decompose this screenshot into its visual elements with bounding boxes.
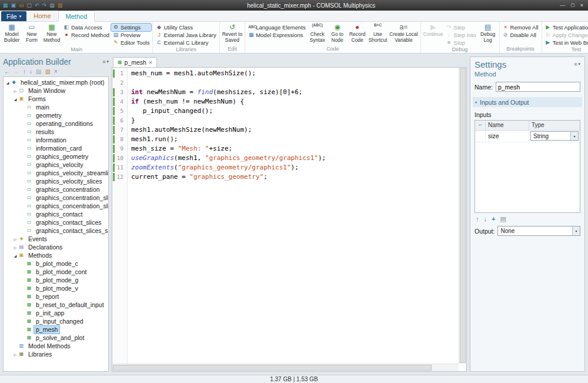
tree-item-graphics-concentration-slices-s[interactable]: ▭graphics_concentration_slices_s — [4, 202, 108, 210]
tree-item-geometry[interactable]: ▭geometry — [4, 111, 108, 119]
tree-item-main[interactable]: ▭main — [4, 103, 108, 111]
expand-arrow-icon[interactable]: ▷ — [12, 352, 18, 357]
up-icon[interactable]: ↑ — [23, 69, 26, 75]
ribbon-button-create-local-variable[interactable]: a=Create Local Variable — [388, 22, 419, 46]
open-folder-icon[interactable]: ▭ — [19, 3, 24, 8]
ribbon-tab-home[interactable]: Home — [26, 11, 58, 21]
code-line-4[interactable]: 4if (mesh_num != newMeshNum) { — [112, 97, 459, 106]
code-line-1[interactable]: 1mesh_num = mesh1.autoMeshSize(); — [112, 69, 459, 78]
tree-item-declarations[interactable]: ▷▤Declarations — [4, 243, 108, 251]
paste-icon[interactable]: ▥ — [45, 69, 50, 75]
tree-item-graphics-contact[interactable]: ▭graphics_contact — [4, 210, 108, 218]
expand-arrow-icon[interactable]: ▷ — [12, 245, 18, 249]
tree-item-information-card[interactable]: ▭information_card — [4, 144, 108, 152]
ribbon-button-new-form[interactable]: ▭New Form — [22, 22, 42, 46]
ribbon-button-model-builder[interactable]: ▦Model Builder — [2, 22, 22, 46]
editor-tab-p-mesh[interactable]: ▦ p_mesh × — [113, 57, 157, 67]
expand-arrow-icon[interactable]: ◢ — [5, 81, 11, 85]
code-line-8[interactable]: 8mesh1.run(); — [112, 135, 459, 144]
ribbon-button-revert-to-saved[interactable]: ↺Revert to Saved — [221, 22, 244, 46]
undo-icon[interactable]: ↶ — [35, 3, 39, 8]
vertical-scrollbar-thumb[interactable] — [460, 68, 466, 363]
delete-icon[interactable]: × — [54, 69, 58, 75]
tree-item-p-solve-and-plot[interactable]: ▦p_solve_and_plot — [4, 334, 108, 342]
ribbon-button-use-shortcut[interactable]: B+CUse Shortcut — [368, 22, 389, 46]
tree-item-forms[interactable]: ◢▣Forms — [4, 95, 108, 103]
tree-item-b-plot-mode-c[interactable]: ▦b_plot_mode_c — [4, 259, 108, 268]
new-file-icon[interactable]: ▢ — [27, 3, 32, 8]
horizontal-scrollbar-thumb[interactable] — [113, 365, 432, 371]
ribbon-button-editor-tools[interactable]: ✎Editor Tools — [111, 39, 151, 46]
move-down-icon[interactable]: ↓ — [484, 216, 487, 222]
ribbon-button-record-code[interactable]: ●Record Code — [348, 22, 368, 46]
expand-arrow-icon[interactable]: ◢ — [12, 254, 18, 258]
ribbon-button-remove-all[interactable]: ×Remove All — [501, 24, 540, 31]
ribbon-button-record-method[interactable]: ●Record Method — [62, 31, 111, 39]
tree-item-b-reset-to-default-input[interactable]: ▦b_reset_to_default_input — [4, 301, 108, 309]
tree-item-model-methods[interactable]: ▥Model Methods — [4, 342, 108, 350]
paste-icon[interactable]: ▥ — [58, 3, 63, 8]
ribbon-button-settings[interactable]: ⚙Settings — [111, 24, 151, 31]
app-icon[interactable]: ▦ — [3, 3, 8, 8]
expand-arrow-icon[interactable]: ▷ — [12, 237, 18, 241]
tree-item-libraries[interactable]: ▷▦Libraries — [4, 350, 108, 358]
ribbon-button-external-c-library[interactable]: CExternal C Library — [154, 39, 218, 46]
tree-item-graphics-geometry[interactable]: ▭graphics_geometry — [4, 152, 108, 161]
table-edit-icon[interactable]: ▤ — [500, 216, 506, 222]
ribbon-button-external-java-library[interactable]: JExternal Java Library — [154, 31, 218, 39]
code-line-3[interactable]: 3int newMeshNum = find(meshsizes, size)[… — [112, 88, 459, 97]
tree-item-graphics-velocity[interactable]: ▭graphics_velocity — [4, 161, 108, 169]
tree-item-graphics-contact-slices[interactable]: ▭graphics_contact_slices — [4, 218, 108, 227]
tree-item-main-window[interactable]: ▷▢Main Window — [4, 86, 108, 95]
minimize-icon[interactable]: — — [560, 3, 565, 8]
tree-item-b-plot-mode-cont[interactable]: ▦b_plot_mode_cont — [4, 268, 108, 276]
move-up-icon[interactable]: ↑ — [476, 216, 479, 222]
ribbon-button-test-in-web-browser[interactable]: ▶Test in Web Browser▾ — [543, 39, 588, 46]
code-line-9[interactable]: 9mesh_size = "Mesh: "+size; — [112, 144, 459, 154]
tree-item-methods[interactable]: ◢▣Methods — [4, 251, 108, 259]
ribbon-button-go-to-node[interactable]: ◉Go to Node — [328, 22, 348, 46]
ribbon-button-language-elements[interactable]: ABCLanguage Elements — [246, 24, 308, 31]
code-line-5[interactable]: 5 p_input_changed(); — [112, 106, 459, 116]
tree-item-p-init-app[interactable]: ▦p_init_app — [4, 309, 108, 317]
tree-item-helical-static-mixer-mph-root[interactable]: ◢◆helical_static_mixer.mph (root) — [4, 78, 108, 86]
input-name-cell[interactable]: size — [486, 131, 529, 142]
tree-item-p-mesh[interactable]: ▦p_mesh — [4, 325, 108, 334]
ribbon-button-disable-all[interactable]: ⊘Disable All — [501, 31, 540, 39]
tree-item-graphics-contact-slices-s[interactable]: ▭graphics_contact_slices_s — [4, 227, 108, 235]
ribbon-button-test-application[interactable]: ▶Test Application — [543, 24, 588, 31]
redo-icon[interactable]: ↷ — [42, 3, 47, 8]
maximize-icon[interactable]: □ — [571, 3, 574, 8]
settings-menu-button[interactable]: ≡ ▾ — [574, 62, 580, 67]
ribbon-button-new-method[interactable]: ▦New Method — [42, 22, 62, 46]
output-select[interactable]: None ▾ — [497, 226, 580, 236]
tree-item-b-plot-mode-g[interactable]: ▦b_plot_mode_g — [4, 276, 108, 284]
code-line-2[interactable]: 2 — [112, 78, 459, 88]
vertical-scrollbar[interactable] — [459, 68, 466, 364]
type-select[interactable]: String▾ — [530, 131, 579, 141]
tree-item-results[interactable]: ▭results — [4, 128, 108, 136]
code-editor[interactable]: 1mesh_num = mesh1.autoMeshSize();23int n… — [112, 67, 467, 372]
ribbon-tab-method[interactable]: Method — [58, 11, 95, 22]
horizontal-scrollbar[interactable] — [112, 364, 459, 371]
tree-item-graphics-concentration-slices[interactable]: ▭graphics_concentration_slices — [4, 194, 108, 202]
window-close-icon[interactable]: × — [580, 3, 583, 8]
ribbon-button-preview[interactable]: ▤Preview — [111, 31, 151, 39]
expand-arrow-icon[interactable]: ▷ — [12, 89, 18, 93]
code-line-6[interactable]: 6} — [112, 116, 459, 125]
tree-item-graphics-velocity-slices[interactable]: ▭graphics_velocity_slices — [4, 177, 108, 185]
code-line-10[interactable]: 10useGraphics(mesh1, "graphics_geometry/… — [112, 154, 459, 163]
tree-item-operating-conditions[interactable]: ▭operating_conditions — [4, 119, 108, 128]
file-menu-button[interactable]: File ▾ — [1, 11, 26, 21]
code-line-7[interactable]: 7mesh1.autoMeshSize(newMeshNum); — [112, 125, 459, 135]
tab-close-icon[interactable]: × — [149, 59, 152, 66]
tree-item-b-plot-mode-v[interactable]: ▦b_plot_mode_v — [4, 284, 108, 292]
tree-item-graphics-velocity-streamlines[interactable]: ▭graphics_velocity_streamlines — [4, 169, 108, 177]
method-name-input[interactable] — [496, 82, 580, 92]
save-icon[interactable]: ▣ — [11, 3, 16, 8]
ribbon-button-check-syntax[interactable]: (ABC)Check Syntax — [308, 22, 328, 46]
tree-item-p-input-changed[interactable]: ▦p_input_changed — [4, 317, 108, 325]
add-icon[interactable]: + — [492, 216, 495, 222]
copy-icon[interactable]: ▤ — [36, 69, 41, 75]
section-inputs-and-output[interactable]: ▾ Inputs and Output — [473, 97, 582, 107]
